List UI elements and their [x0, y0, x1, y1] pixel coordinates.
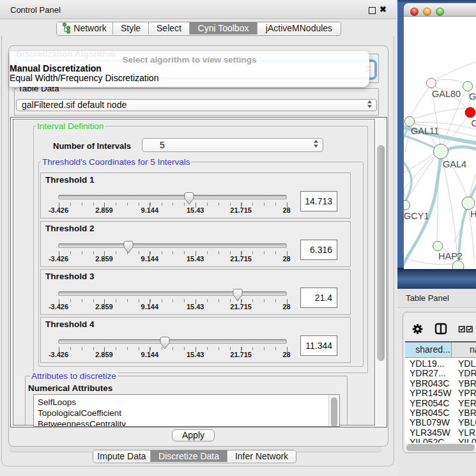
svg-text:C: C — [472, 118, 476, 128]
svg-text:GAL80: GAL80 — [432, 89, 461, 99]
svg-text:HAP2: HAP2 — [438, 251, 463, 261]
svg-text:GAL4: GAL4 — [443, 159, 466, 169]
svg-text:H: H — [470, 209, 476, 219]
svg-text:GAL11: GAL11 — [411, 126, 439, 136]
svg-text:G.: G. — [469, 91, 476, 102]
svg-text:GCY1: GCY1 — [404, 211, 429, 221]
